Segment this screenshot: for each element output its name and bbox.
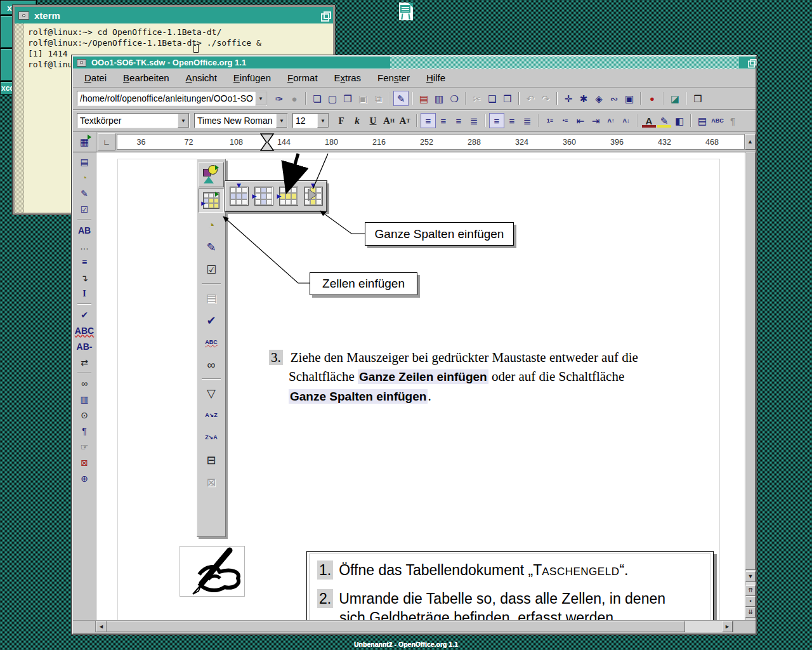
reduce-font-icon[interactable]: A↓ <box>619 113 634 128</box>
font-size-combo[interactable]: 12 ▼ <box>292 113 329 128</box>
autoformat-icon[interactable]: ABC <box>710 113 725 128</box>
menu-fenster[interactable]: Fenster <box>371 71 416 84</box>
new-from-template-icon[interactable]: ❏ <box>310 91 325 106</box>
decrease-indent-icon[interactable]: ⇤ <box>573 113 588 128</box>
window-menu-button[interactable] <box>77 59 86 67</box>
thesaurus-icon[interactable]: ⇄ <box>75 354 93 370</box>
line-spacing-1-icon[interactable]: ≡ <box>489 113 504 128</box>
maximize-icon[interactable] <box>748 59 755 66</box>
bullet-list-icon[interactable]: •≡ <box>558 113 573 128</box>
xterm-scrollbar[interactable] <box>15 23 24 213</box>
resize-corner[interactable] <box>733 621 756 632</box>
chevron-down-icon[interactable]: ▼ <box>178 114 189 128</box>
chevron-down-icon[interactable]: ▼ <box>255 91 266 105</box>
chevron-down-icon[interactable]: ▼ <box>317 114 329 128</box>
zoom-icon[interactable]: ⊙ <box>75 407 93 423</box>
line-numbering-icon[interactable]: ↴ <box>75 270 93 286</box>
gallery-icon[interactable]: ◪ <box>667 91 683 106</box>
align-right-icon[interactable]: ≡ <box>451 113 466 128</box>
numbering-icon[interactable]: ≡ <box>75 254 93 270</box>
background-color-icon[interactable]: ◧ <box>672 113 687 128</box>
paste-icon[interactable]: ❒ <box>500 91 515 106</box>
imagemap-icon[interactable]: ❒ <box>690 91 705 106</box>
edit-file-icon[interactable]: ✑ <box>272 91 287 106</box>
font-name-combo[interactable]: Times New Roman ▼ <box>194 113 288 128</box>
scroll-up-button[interactable]: ▲ <box>745 134 756 150</box>
insert-chart-icon[interactable]: ◔ <box>75 169 93 185</box>
paragraph-dialog-icon[interactable]: ¶ <box>725 113 740 128</box>
align-center-icon[interactable]: ≡ <box>436 113 451 128</box>
menu-format[interactable]: Format <box>281 71 324 84</box>
bold-icon[interactable]: F <box>334 113 349 128</box>
titlebar[interactable]: OOo1-SO6-TK.sdw - OpenOffice.org 1.1 <box>73 56 756 69</box>
undo-icon[interactable]: ↶ <box>523 91 538 106</box>
menu-bearbeiten[interactable]: Bearbeiten <box>117 71 176 84</box>
hyphenation-icon[interactable]: AB- <box>75 338 93 354</box>
insert-hyperlink-icon[interactable]: ∾ <box>606 91 622 106</box>
online-layout-icon[interactable]: ▣ <box>622 91 637 106</box>
line-spacing-2-icon[interactable]: ≣ <box>520 113 535 128</box>
ruler-corner-button[interactable]: ∟ <box>98 133 115 150</box>
insert-object-icon[interactable]: ▤ <box>75 154 93 169</box>
scroll-right-button[interactable]: ► <box>722 621 733 632</box>
record-macro-icon[interactable]: ● <box>645 91 660 106</box>
stop-loading-icon[interactable]: ● <box>287 91 302 106</box>
line-spacing-15-icon[interactable]: ≡ <box>504 113 520 128</box>
scroll-down-button[interactable]: ▼ <box>745 571 756 582</box>
menu-hilfe[interactable]: Hilfe <box>420 71 452 84</box>
online-layout2-icon[interactable]: ⊕ <box>75 470 93 486</box>
cut-icon[interactable]: ✂ <box>469 91 485 106</box>
text-cursor-icon[interactable]: I <box>75 286 93 302</box>
subscript-icon[interactable]: AT <box>397 113 412 128</box>
open-document-icon[interactable]: ❐ <box>340 91 355 106</box>
xterm-titlebar[interactable]: xterm <box>15 7 333 23</box>
numbered-list-icon[interactable]: 1≡ <box>542 113 558 128</box>
increase-font-icon[interactable]: A↑ <box>603 113 619 128</box>
align-left-icon[interactable]: ≡ <box>421 113 436 128</box>
vertical-scrollbar[interactable]: ▼ ⇈ • ⇊ <box>745 152 756 620</box>
formatting-marks-icon[interactable]: ¶ <box>75 423 93 439</box>
export-pdf-icon[interactable]: ▤ <box>416 91 431 106</box>
window-menu-button[interactable] <box>18 11 29 20</box>
menu-ansicht[interactable]: Ansicht <box>180 71 223 84</box>
vertical-scrollbar-thumb[interactable] <box>745 152 756 570</box>
edit-mode-icon[interactable]: ✎ <box>393 91 409 106</box>
direct-cursor-icon[interactable]: ☞ <box>75 439 93 454</box>
save-all-icon[interactable]: ⧉ <box>370 91 386 106</box>
navigator-icon[interactable]: ✛ <box>561 91 576 106</box>
document-page[interactable]: ► ◔✎☑▤✔ABC∞▽A↘ZZ↘A⊟⊠ ▼ <box>96 152 745 620</box>
underline-icon[interactable]: U <box>365 113 381 128</box>
form-functions-icon[interactable]: ☑ <box>75 201 93 217</box>
menu-datei[interactable]: Datei <box>78 71 113 84</box>
find-icon[interactable]: ∞ <box>75 375 93 391</box>
hyperlink-bar-icon[interactable]: ◈ <box>591 91 606 106</box>
superscript-icon[interactable]: AH <box>381 113 396 128</box>
insert-fields-icon[interactable]: AB <box>75 222 93 238</box>
align-justify-icon[interactable]: ≣ <box>466 113 481 128</box>
horizontal-scrollbar[interactable]: ◄ ► <box>73 620 756 632</box>
previous-page-button[interactable]: ⇈ <box>745 585 756 596</box>
paragraph-style-combo[interactable]: Textkörper ▼ <box>77 113 190 128</box>
maximize-icon[interactable] <box>321 11 329 20</box>
navigation-button[interactable]: • <box>745 596 756 607</box>
italic-icon[interactable]: k <box>350 113 365 128</box>
horizontal-ruler[interactable]: 3672108144180216252288324360396432468 <box>117 134 745 150</box>
horizontal-scrollbar-track[interactable] <box>107 621 722 632</box>
scroll-left-button[interactable]: ◄ <box>96 621 107 632</box>
increase-indent-icon[interactable]: ⇥ <box>588 113 603 128</box>
insert-footnote-icon[interactable]: … <box>75 238 93 254</box>
save-document-icon[interactable]: ▣ <box>355 91 370 106</box>
print-icon[interactable]: ▥ <box>431 91 447 106</box>
graphics-toggle-icon[interactable]: ⊠ <box>75 454 93 470</box>
next-page-button[interactable]: ⇊ <box>745 607 756 618</box>
redo-icon[interactable]: ↷ <box>538 91 553 106</box>
insert-table-button[interactable]: ▦ <box>73 132 96 152</box>
draw-functions-icon[interactable]: ✎ <box>75 185 93 201</box>
url-combo[interactable]: /home/rolf/openoffice/anleitungen/OOo1-S… <box>77 91 267 106</box>
autospellcheck-icon[interactable]: ABC <box>75 322 93 338</box>
character-dialog-icon[interactable]: ▤ <box>695 113 710 128</box>
chevron-down-icon[interactable]: ▼ <box>276 114 287 128</box>
spellcheck-icon[interactable]: ✔ <box>75 307 93 322</box>
horizontal-scrollbar-thumb[interactable] <box>107 621 685 632</box>
new-document-icon[interactable]: ▢ <box>325 91 340 106</box>
